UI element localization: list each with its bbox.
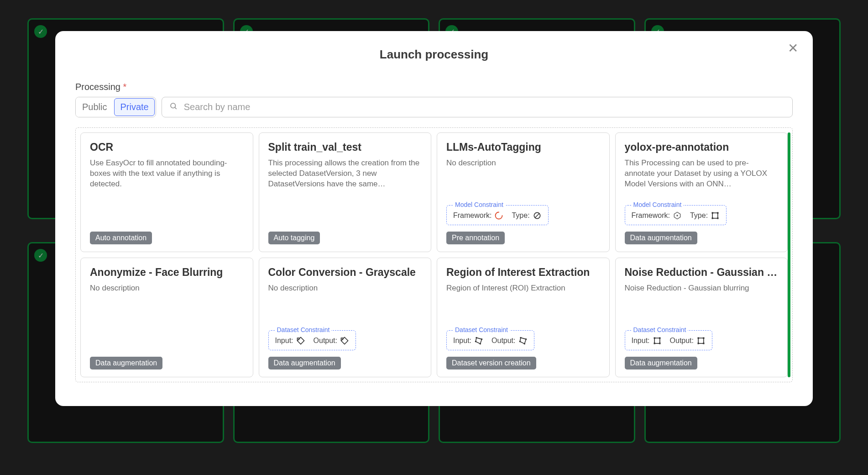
controls-row: Public Private <box>75 97 793 117</box>
constraint-legend: Model Constraint <box>453 201 505 208</box>
processing-card-title: OCR <box>90 141 244 153</box>
constraint-left-label: Input: <box>632 337 650 345</box>
dataset-constraint: Dataset Constraint Input: Output: <box>625 330 713 350</box>
constraint-left-label: Input: <box>453 337 471 345</box>
processing-card-tag: Data augmentation <box>268 357 341 369</box>
constraint-legend: Dataset Constraint <box>453 326 510 333</box>
processing-card-tag: Dataset version creation <box>446 357 536 369</box>
constraint-right: Type: <box>512 211 541 220</box>
visibility-toggle: Public Private <box>75 97 156 117</box>
constraint-right-label: Type: <box>512 211 529 220</box>
search-field[interactable] <box>162 97 793 117</box>
poly-icon <box>518 336 528 345</box>
search-icon <box>169 102 178 112</box>
constraint-legend: Dataset Constraint <box>632 326 688 333</box>
close-icon: ✕ <box>788 41 798 55</box>
constraint-right-label: Output: <box>670 337 694 345</box>
processing-card-tag: Pre annotation <box>446 232 505 244</box>
constraint-right-label: Output: <box>492 337 515 345</box>
bbox-icon <box>653 336 662 345</box>
processing-card-desc: This Processing can be used to pre-annot… <box>625 158 779 190</box>
constraint-right-label: Type: <box>690 211 708 220</box>
processing-card-desc: Use EasyOcr to fill annotated bounding-b… <box>90 158 244 190</box>
tag-icon <box>296 336 305 345</box>
constraint-left: Framework: <box>453 211 503 220</box>
constraint-right: Output: <box>492 336 527 345</box>
processing-card[interactable]: Anonymize - Face Blurring No description… <box>80 258 253 377</box>
processing-card-title: Noise Reduction - Gaussian … <box>625 266 779 279</box>
processing-card-tag: Auto annotation <box>90 232 152 244</box>
model-constraint: Model Constraint Framework: Type: <box>446 205 549 225</box>
processing-card-tag: Auto tagging <box>268 232 320 244</box>
dataset-constraint: Dataset Constraint Input: Output: <box>446 330 534 350</box>
constraint-right: Output: <box>670 336 706 345</box>
poly-icon <box>474 336 483 345</box>
processing-card[interactable]: LLMs-AutoTagging No description Model Co… <box>437 132 610 252</box>
processing-card-tag: Data augmentation <box>625 357 697 369</box>
processing-label-text: Processing <box>75 82 120 92</box>
processing-card-title: yolox-pre-annotation <box>625 141 779 153</box>
processing-card-desc: No description <box>446 158 600 169</box>
svg-line-1 <box>175 107 176 109</box>
constraint-legend: Dataset Constraint <box>275 326 332 333</box>
bbox-icon <box>696 336 706 345</box>
launch-processing-modal: ✕ Launch processing Processing * Public … <box>55 31 813 406</box>
constraint-left-label: Framework: <box>632 211 670 220</box>
dataset-constraint: Dataset Constraint Input: Output: <box>268 330 356 350</box>
close-button[interactable]: ✕ <box>788 42 798 55</box>
processing-card[interactable]: Color Conversion - Grayscale No descript… <box>259 258 432 377</box>
cards-grid: OCR Use EasyOcr to fill annotated boundi… <box>80 132 788 377</box>
private-tab[interactable]: Private <box>114 98 154 116</box>
processing-list: OCR Use EasyOcr to fill annotated boundi… <box>75 127 793 382</box>
noshape-icon <box>533 211 542 220</box>
svg-point-0 <box>171 103 176 108</box>
constraint-legend: Model Constraint <box>632 201 684 208</box>
processing-card-desc: No description <box>268 283 422 294</box>
modal-title: Launch processing <box>75 48 793 62</box>
processing-card-desc: This processing allows the creation from… <box>268 158 422 190</box>
constraint-left-label: Input: <box>275 337 293 345</box>
processing-card[interactable]: Split train_val_test This processing all… <box>259 132 432 252</box>
processing-label: Processing * <box>75 82 793 92</box>
constraint-left: Input: <box>453 336 483 345</box>
processing-card-title: Split train_val_test <box>268 141 422 153</box>
constraint-left: Framework: <box>632 211 682 220</box>
tag-icon <box>340 336 349 345</box>
constraint-right-label: Output: <box>314 337 337 345</box>
constraint-left: Input: <box>275 336 305 345</box>
spinner-icon <box>494 211 503 220</box>
public-tab[interactable]: Public <box>76 97 113 117</box>
constraint-right: Output: <box>314 336 349 345</box>
processing-card-desc: Region of Interest (ROI) Extraction <box>446 283 600 294</box>
processing-card[interactable]: Noise Reduction - Gaussian … Noise Reduc… <box>615 258 788 377</box>
scrollbar[interactable] <box>788 132 790 377</box>
constraint-left-label: Framework: <box>453 211 492 220</box>
processing-card[interactable]: Region of Interest Extraction Region of … <box>437 258 610 377</box>
onnx-icon <box>673 211 682 220</box>
processing-card-title: Anonymize - Face Blurring <box>90 266 244 279</box>
processing-card-tag: Data augmentation <box>625 232 697 244</box>
search-input[interactable] <box>184 97 785 117</box>
processing-card-title: Color Conversion - Grayscale <box>268 266 422 279</box>
processing-card[interactable]: OCR Use EasyOcr to fill annotated boundi… <box>80 132 253 252</box>
required-mark: * <box>123 82 127 92</box>
processing-card-desc: Noise Reduction - Gaussian blurring <box>625 283 779 294</box>
processing-card-desc: No description <box>90 283 244 294</box>
modal-overlay: ✕ Launch processing Processing * Public … <box>0 0 868 475</box>
processing-card-tag: Data augmentation <box>90 357 162 369</box>
model-constraint: Model Constraint Framework: Type: <box>625 205 727 225</box>
bbox-icon <box>711 211 720 220</box>
processing-card-title: LLMs-AutoTagging <box>446 141 600 153</box>
constraint-right: Type: <box>690 211 720 220</box>
constraint-left: Input: <box>632 336 662 345</box>
processing-card[interactable]: yolox-pre-annotation This Processing can… <box>615 132 788 252</box>
processing-card-title: Region of Interest Extraction <box>446 266 600 279</box>
